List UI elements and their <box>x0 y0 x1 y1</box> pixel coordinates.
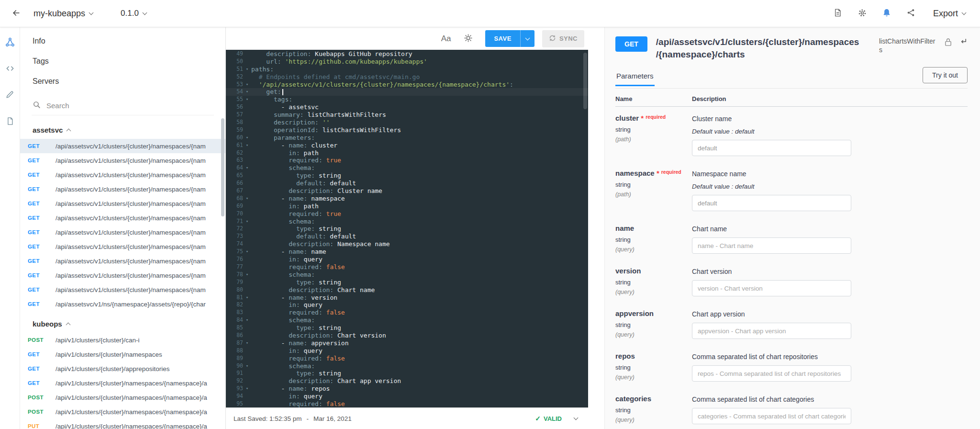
rail-edit-button[interactable] <box>3 89 17 102</box>
save-button[interactable]: SAVE <box>485 30 520 47</box>
sidebar-scrollbar-thumb[interactable] <box>221 118 224 216</box>
endpoint-row[interactable]: PUT/api/v1/clusters/{cluster}/namespaces… <box>20 419 225 429</box>
code-line[interactable]: 57 summary: listChartsWithFilters <box>226 111 588 119</box>
sidebar-item-tags[interactable]: Tags <box>20 51 225 71</box>
endpoint-row[interactable]: GET/api/v1/clusters/{cluster}/appreposit… <box>20 361 225 376</box>
fold-arrow-icon[interactable]: ▾ <box>243 316 251 324</box>
try-it-out-button[interactable]: Try it out <box>923 67 968 83</box>
endpoint-row[interactable]: GET/api/assetsvc/v1/ns/{namespace}/asset… <box>20 297 225 311</box>
settings-button[interactable] <box>853 4 872 23</box>
code-line[interactable]: 62 in: path <box>226 149 588 157</box>
endpoint-row[interactable]: GET/api/assetsvc/v1/clusters/{cluster}/n… <box>20 282 225 297</box>
fold-arrow-icon[interactable]: ▾ <box>243 96 251 103</box>
fold-arrow-icon[interactable]: ▾ <box>243 218 251 226</box>
notifications-button[interactable] <box>877 4 896 23</box>
fold-arrow-icon[interactable]: ▾ <box>243 134 251 142</box>
fold-arrow-icon[interactable]: ▾ <box>243 66 251 73</box>
code-line[interactable]: 50 url: 'https://github.com/kubeapps/kub… <box>226 58 588 66</box>
endpoint-row[interactable]: POST/api/v1/clusters/{cluster}/namespace… <box>20 405 225 419</box>
sync-button[interactable]: SYNC <box>542 30 584 47</box>
editor-scrollbar-thumb[interactable] <box>583 53 587 109</box>
fold-arrow-icon[interactable]: ▾ <box>243 195 251 203</box>
parameter-input[interactable] <box>692 237 851 254</box>
code-line[interactable]: 61▾ - name: cluster <box>226 142 588 149</box>
code-line[interactable]: 79 type: string <box>226 279 588 286</box>
font-size-button[interactable]: Aa <box>441 34 451 44</box>
code-line[interactable]: 82 in: query <box>226 301 588 309</box>
code-line[interactable]: 51▾paths: <box>226 66 588 73</box>
sidebar-item-servers[interactable]: Servers <box>20 71 225 91</box>
parameter-input[interactable] <box>692 365 851 382</box>
code-line[interactable]: 85 type: string <box>226 324 588 332</box>
code-line[interactable]: 92 description: Chart app version <box>226 377 588 385</box>
group-header-assetsvc[interactable]: assetsvc <box>20 117 225 139</box>
endpoint-row[interactable]: POST/api/v1/clusters/{cluster}/can-i <box>20 333 225 347</box>
parameter-input[interactable] <box>692 195 851 211</box>
code-line[interactable]: 88 in: query <box>226 347 588 355</box>
search-input[interactable] <box>46 102 213 110</box>
code-line[interactable]: 86 description: Chart version <box>226 332 588 339</box>
endpoint-row[interactable]: GET/api/assetsvc/v1/clusters/{cluster}/n… <box>20 254 225 268</box>
fold-arrow-icon[interactable]: ▾ <box>243 339 251 347</box>
code-line[interactable]: 56 - assetsvc <box>226 103 588 111</box>
code-line[interactable]: 73 default: default <box>226 233 588 240</box>
fold-arrow-icon[interactable]: ▾ <box>243 248 251 256</box>
code-line[interactable]: 84▾ schema: <box>226 316 588 324</box>
endpoint-row[interactable]: GET/api/v1/clusters/{cluster}/namespaces… <box>20 376 225 390</box>
code-line[interactable]: 78▾ schema: <box>226 271 588 279</box>
code-line[interactable]: 83 required: false <box>226 309 588 316</box>
theme-toggle-button[interactable] <box>458 29 478 48</box>
endpoint-row[interactable]: GET/api/assetsvc/v1/clusters/{cluster}/n… <box>20 196 225 211</box>
endpoint-row[interactable]: GET/api/assetsvc/v1/clusters/{cluster}/n… <box>20 168 225 182</box>
endpoint-row[interactable]: GET/api/assetsvc/v1/clusters/{cluster}/n… <box>20 211 225 225</box>
export-dropdown[interactable]: Export <box>933 9 966 19</box>
code-line[interactable]: 94 in: query <box>226 393 588 400</box>
endpoint-row[interactable]: GET/api/assetsvc/v1/clusters/{cluster}/n… <box>20 225 225 239</box>
code-line[interactable]: 53▾ '/api/assetsvc/v1/clusters/{cluster}… <box>226 81 588 89</box>
group-header-kubeops[interactable]: kubeops <box>20 311 225 333</box>
code-line[interactable]: 91 type: string <box>226 370 588 377</box>
code-line[interactable]: 81▾ - name: version <box>226 294 588 302</box>
code-line[interactable]: 74 description: Namespace name <box>226 240 588 248</box>
code-line[interactable]: 77 required: false <box>226 263 588 271</box>
code-line[interactable]: 87▾ - name: appversion <box>226 339 588 347</box>
version-dropdown[interactable]: 0.1.0 <box>121 9 146 18</box>
code-line[interactable]: 55▾ tags: <box>226 96 588 103</box>
save-options-button[interactable] <box>520 30 535 47</box>
endpoint-row[interactable]: GET/api/assetsvc/v1/clusters/{cluster}/n… <box>20 139 225 153</box>
fold-arrow-icon[interactable]: ▾ <box>243 362 251 370</box>
lock-icon[interactable] <box>944 37 952 47</box>
tab-parameters[interactable]: Parameters <box>615 69 655 86</box>
rail-code-button[interactable] <box>3 62 17 76</box>
docs-page-button[interactable] <box>828 4 847 23</box>
code-line[interactable]: 76 in: query <box>226 256 588 263</box>
parameter-input[interactable] <box>692 323 851 339</box>
code-line[interactable]: 89 required: false <box>226 355 588 362</box>
code-line[interactable]: 67 description: Cluster name <box>226 187 588 195</box>
code-line[interactable]: 95 required: false <box>226 400 588 407</box>
share-button[interactable] <box>902 4 921 23</box>
method-badge[interactable]: GET <box>615 36 647 52</box>
code-line[interactable]: 65 type: string <box>226 172 588 180</box>
code-line[interactable]: 70 required: true <box>226 210 588 218</box>
collapse-arrow-icon[interactable] <box>959 37 968 46</box>
code-editor[interactable]: 49 description: Kuebapps GitHub reposito… <box>226 50 588 407</box>
code-line[interactable]: 63 required: true <box>226 157 588 164</box>
code-line[interactable]: 58 description: '' <box>226 119 588 126</box>
rail-docs-button[interactable] <box>3 115 17 128</box>
code-line[interactable]: 71▾ schema: <box>226 218 588 226</box>
code-line[interactable]: 75▾ - name: name <box>226 248 588 256</box>
endpoint-row[interactable]: GET/api/assetsvc/v1/clusters/{cluster}/n… <box>20 182 225 196</box>
sidebar-item-info[interactable]: Info <box>20 31 225 51</box>
code-line[interactable]: 60▾ parameters: <box>226 134 588 142</box>
code-line[interactable]: 93▾ - name: repos <box>226 385 588 393</box>
fold-arrow-icon[interactable]: ▾ <box>243 385 251 393</box>
code-line[interactable]: 72 type: string <box>226 225 588 233</box>
code-line[interactable]: 66 default: default <box>226 180 588 187</box>
endpoint-row[interactable]: GET/api/assetsvc/v1/clusters/{cluster}/n… <box>20 268 225 282</box>
rail-apis-button[interactable] <box>3 36 17 49</box>
code-line[interactable]: 49 description: Kuebapps GitHub reposito… <box>226 50 588 58</box>
parameter-input[interactable] <box>692 140 851 156</box>
back-button[interactable] <box>7 4 26 23</box>
fold-arrow-icon[interactable]: ▾ <box>243 142 251 149</box>
